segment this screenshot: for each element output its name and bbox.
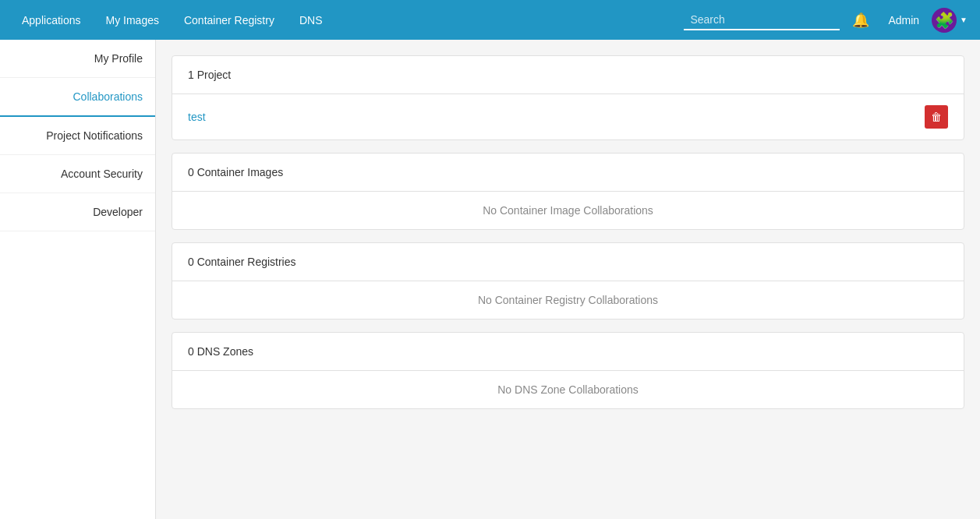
search-container (684, 10, 840, 30)
chevron-down-icon[interactable]: ▼ (960, 16, 968, 24)
sidebar: My Profile Collaborations Project Notifi… (0, 40, 156, 519)
layout: My Profile Collaborations Project Notifi… (0, 40, 980, 519)
sidebar-item-collaborations[interactable]: Collaborations (0, 78, 155, 117)
container-images-empty: No Container Image Collaborations (172, 192, 964, 229)
bell-icon[interactable]: 🔔 (846, 5, 876, 35)
nav-my-images[interactable]: My Images (97, 8, 168, 33)
container-images-card: 0 Container Images No Container Image Co… (172, 153, 964, 230)
sidebar-item-my-profile[interactable]: My Profile (0, 40, 155, 78)
avatar-icon: 🧩 (935, 11, 954, 30)
container-registries-header: 0 Container Registries (172, 243, 964, 281)
avatar[interactable]: 🧩 (932, 8, 957, 33)
dns-zones-card: 0 DNS Zones No DNS Zone Collaborations (172, 332, 964, 409)
container-registries-card: 0 Container Registries No Container Regi… (172, 242, 964, 320)
sidebar-item-account-security[interactable]: Account Security (0, 155, 155, 193)
nav-container-registry[interactable]: Container Registry (175, 8, 284, 33)
nav-dns[interactable]: DNS (290, 8, 332, 33)
dns-zones-empty: No DNS Zone Collaborations (172, 371, 964, 408)
admin-label[interactable]: Admin (882, 8, 925, 33)
delete-project-button[interactable]: 🗑 (925, 105, 948, 129)
projects-card: 1 Project test 🗑 (172, 55, 964, 140)
trash-icon: 🗑 (931, 111, 942, 123)
project-link[interactable]: test (188, 111, 206, 123)
dns-zones-header: 0 DNS Zones (172, 333, 964, 371)
nav-applications[interactable]: Applications (12, 8, 90, 33)
container-images-header: 0 Container Images (172, 154, 964, 192)
topnav: Applications My Images Container Registr… (0, 0, 980, 40)
container-registries-empty: No Container Registry Collaborations (172, 281, 964, 319)
sidebar-item-developer[interactable]: Developer (0, 193, 155, 231)
projects-header: 1 Project (172, 56, 964, 94)
sidebar-item-project-notifications[interactable]: Project Notifications (0, 117, 155, 155)
project-row: test 🗑 (172, 94, 964, 139)
search-input[interactable] (684, 10, 840, 30)
main-content: 1 Project test 🗑 0 Container Images No C… (156, 40, 980, 519)
